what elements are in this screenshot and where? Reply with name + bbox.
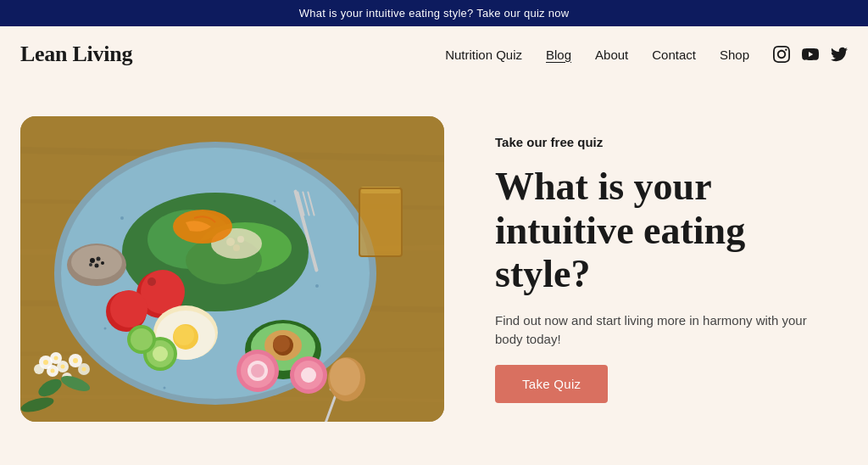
hero-content: Take our free quiz What is your intuitiv…: [495, 135, 848, 403]
svg-point-12: [315, 284, 319, 288]
instagram-icon[interactable]: [773, 46, 790, 63]
svg-point-27: [147, 277, 156, 286]
svg-point-74: [90, 258, 95, 263]
announcement-text: What is your intuitive eating style? Tak…: [299, 7, 570, 20]
svg-point-75: [97, 257, 101, 261]
svg-point-77: [89, 263, 92, 266]
announcement-bar: What is your intuitive eating style? Tak…: [0, 0, 868, 26]
svg-point-29: [110, 290, 147, 328]
svg-point-38: [174, 325, 194, 345]
svg-point-48: [153, 346, 168, 361]
svg-point-34: [273, 335, 290, 352]
svg-point-42: [251, 364, 264, 378]
site-logo[interactable]: Lean Living: [20, 42, 132, 67]
svg-point-15: [164, 387, 166, 389]
hero-section: Take our free quiz What is your intuitiv…: [0, 82, 868, 456]
svg-point-10: [120, 216, 124, 220]
twitter-icon[interactable]: [831, 46, 848, 63]
svg-point-11: [274, 200, 276, 203]
svg-point-73: [71, 245, 122, 279]
social-icons: [773, 46, 848, 63]
svg-point-50: [131, 328, 153, 350]
nav-link-contact[interactable]: Contact: [652, 48, 696, 62]
svg-point-22: [237, 236, 244, 243]
svg-point-23: [233, 244, 240, 251]
svg-point-85: [330, 358, 360, 395]
hero-title: What is your intuitive eating style?: [495, 165, 831, 296]
svg-point-21: [226, 238, 235, 246]
svg-point-59: [34, 364, 44, 374]
nav-link-about[interactable]: About: [595, 48, 628, 62]
header: Lean Living Nutrition Quiz Blog About Co…: [0, 26, 868, 82]
hero-subtitle: Find out now and start living more in ha…: [495, 311, 831, 350]
svg-rect-79: [359, 188, 402, 256]
nav-link-nutrition-quiz[interactable]: Nutrition Quiz: [445, 48, 522, 62]
nav-link-blog[interactable]: Blog: [546, 48, 571, 62]
svg-point-64: [54, 356, 58, 361]
youtube-icon[interactable]: [802, 46, 819, 63]
svg-point-45: [301, 367, 316, 383]
svg-point-68: [82, 367, 86, 372]
svg-point-13: [104, 328, 107, 330]
quiz-label: Take our free quiz: [495, 135, 831, 149]
svg-point-63: [43, 360, 48, 365]
svg-point-67: [73, 358, 78, 363]
nav-link-shop[interactable]: Shop: [720, 48, 749, 62]
svg-point-76: [101, 261, 104, 265]
take-quiz-button[interactable]: Take Quiz: [495, 365, 608, 403]
svg-point-66: [51, 369, 55, 373]
svg-point-78: [95, 264, 99, 268]
hero-food-image: [20, 116, 444, 422]
main-nav: Nutrition Quiz Blog About Contact Shop: [445, 46, 848, 63]
svg-point-65: [61, 365, 65, 369]
